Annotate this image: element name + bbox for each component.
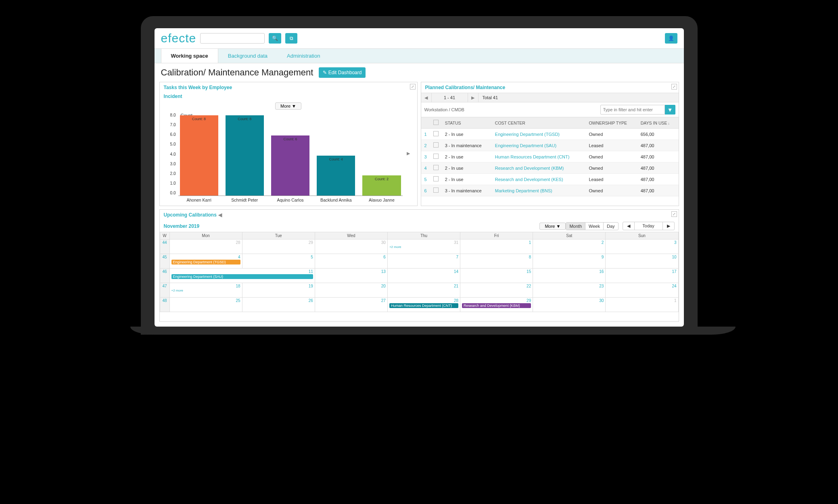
calendar-cell[interactable]: 27 (315, 298, 387, 312)
calendar-event[interactable]: Human Resources Department (CNT) (389, 303, 458, 308)
calendar-cell[interactable]: 8 (460, 254, 533, 269)
calendar-cell[interactable]: 29 (242, 240, 315, 254)
cal-prev-icon[interactable]: ◀ (623, 222, 635, 230)
row-checkbox[interactable] (433, 176, 439, 181)
edit-dashboard-button[interactable]: ✎ Edit Dashboard (319, 67, 366, 78)
week-number: 46 (160, 269, 169, 283)
expand-icon[interactable]: ⤢ (671, 211, 677, 217)
table-row[interactable]: 12 - In useEngineering Department (TGSD)… (421, 129, 679, 140)
calendar-cell[interactable]: 31+2 more (387, 240, 460, 254)
calendar-cell[interactable]: 17 (606, 269, 678, 283)
calendar-cell[interactable]: 7 (387, 254, 460, 269)
row-checkbox[interactable] (433, 187, 439, 193)
x-label: Backlund Annika (317, 198, 355, 202)
calendar-cell[interactable]: 4Engineering Department (TGSD) (169, 254, 242, 269)
more-events-link[interactable]: +2 more (171, 289, 240, 292)
table-row[interactable]: 42 - In useResearch and Development (KBM… (421, 162, 679, 174)
calendar-cell[interactable]: 10 (606, 254, 678, 269)
select-all-checkbox[interactable] (433, 120, 439, 125)
bar[interactable]: Count: 2 (362, 175, 401, 196)
calendar-cell[interactable]: 11Engineering Department (SAU) (169, 269, 315, 283)
calendar-cell[interactable]: 18+2 more (169, 283, 242, 298)
column-header[interactable]: STATUS (442, 117, 492, 129)
calendar-cell[interactable]: 28 (169, 240, 242, 254)
calendar-cell[interactable]: 28Human Resources Department (CNT) (387, 298, 460, 312)
tab-background-data[interactable]: Background data (218, 49, 277, 63)
calendar-cell[interactable]: 24 (606, 283, 678, 298)
dow-header: Sat (533, 232, 606, 240)
calendar-event[interactable]: Engineering Department (SAU) (171, 274, 313, 279)
calendar-cell[interactable]: 13 (315, 269, 387, 283)
more-events-link[interactable]: +2 more (389, 245, 458, 249)
table-row[interactable]: 32 - In useHuman Resources Department (C… (421, 151, 679, 162)
calendar-event[interactable]: Research and Development (KBM) (462, 303, 531, 308)
calendar-event[interactable]: Engineering Department (TGSD) (171, 260, 240, 264)
more-button[interactable]: More ▼ (275, 102, 301, 110)
page-next-icon[interactable]: ▶ (468, 93, 479, 102)
table-row[interactable]: 23 - In maintenanceEngineering Departmen… (421, 140, 679, 151)
row-checkbox[interactable] (433, 165, 439, 170)
week-number: 45 (160, 254, 169, 269)
bar[interactable]: Count: 8 (226, 115, 264, 196)
calendar-cell[interactable]: 25 (169, 298, 242, 312)
filter-input[interactable] (600, 105, 665, 115)
column-header[interactable]: DAYS IN USE↓ (637, 117, 679, 129)
cal-next-icon[interactable]: ▶ (663, 222, 674, 230)
copy-icon: ⧉ (290, 35, 293, 41)
view-day[interactable]: Day (604, 223, 618, 230)
column-header[interactable]: OWNERSHIP TYPE (585, 117, 637, 129)
bar[interactable]: Count: 6 (271, 135, 309, 196)
search-input[interactable] (200, 33, 265, 44)
calendar-cell[interactable]: 1 (460, 240, 533, 254)
filter-button[interactable]: ▼ (665, 105, 675, 115)
calendar-cell[interactable]: 30 (315, 240, 387, 254)
panel-subtitle: Incident (160, 93, 417, 102)
calendar-cell[interactable]: 3 (606, 240, 678, 254)
expand-icon[interactable]: ⤢ (410, 84, 416, 90)
view-week[interactable]: Week (585, 223, 604, 230)
chart-next-icon[interactable]: ▶ (405, 151, 412, 156)
x-label: Aquino Carlos (271, 198, 309, 202)
calendar-cell[interactable]: 26 (242, 298, 315, 312)
panel-title: Planned Calibrations/ Maintenance (421, 82, 679, 93)
calendar-cell[interactable]: 30 (533, 298, 606, 312)
chevron-left-icon[interactable]: ◀ (218, 212, 222, 218)
calendar-cell[interactable]: 19 (242, 283, 315, 298)
user-menu-button[interactable]: 👤 (665, 33, 677, 44)
week-number: 48 (160, 298, 169, 312)
table-row[interactable]: 52 - In useResearch and Development (KES… (421, 174, 679, 185)
table-row[interactable]: 63 - In maintenanceMarketing Department … (421, 185, 679, 196)
more-button[interactable]: More ▼ (539, 223, 566, 230)
expand-icon[interactable]: ⤢ (671, 84, 677, 90)
column-header[interactable]: COST CENTER (492, 117, 586, 129)
calendar-cell[interactable]: 20 (315, 283, 387, 298)
dow-header: Tue (242, 232, 315, 240)
funnel-icon: ▼ (667, 107, 673, 113)
tab-working-space[interactable]: Working space (161, 49, 218, 63)
row-checkbox[interactable] (433, 154, 439, 159)
bar[interactable]: Count: 4 (317, 156, 355, 196)
calendar-cell[interactable]: 6 (315, 254, 387, 269)
row-checkbox[interactable] (433, 131, 439, 136)
calendar-cell[interactable]: 14 (387, 269, 460, 283)
bar[interactable]: Count: 8 (180, 115, 218, 196)
row-checkbox[interactable] (433, 142, 439, 148)
calendar-cell[interactable]: 1 (606, 298, 678, 312)
calendar-cell[interactable]: 16 (533, 269, 606, 283)
page-prev-icon[interactable]: ◀ (421, 93, 432, 102)
calendar-cell[interactable]: 23 (533, 283, 606, 298)
calendar-cell[interactable]: 15 (460, 269, 533, 283)
calendar-cell[interactable]: 21 (387, 283, 460, 298)
clone-button[interactable]: ⧉ (285, 33, 297, 44)
calendar-cell[interactable]: 29Research and Development (KBM) (460, 298, 533, 312)
calendar-cell[interactable]: 2 (533, 240, 606, 254)
calendar-cell[interactable]: 5 (242, 254, 315, 269)
search-button[interactable]: 🔍 (269, 33, 281, 44)
view-month[interactable]: Month (566, 223, 585, 230)
tab-administration[interactable]: Administration (277, 49, 330, 63)
calendar-cell[interactable]: 9 (533, 254, 606, 269)
x-label: Alavuo Janne (362, 198, 401, 202)
calendar-cell[interactable]: 22 (460, 283, 533, 298)
panel-tasks-by-employee: ⤢ Tasks this Week by Employee Incident M… (159, 82, 418, 206)
today-button[interactable]: Today (635, 222, 663, 230)
